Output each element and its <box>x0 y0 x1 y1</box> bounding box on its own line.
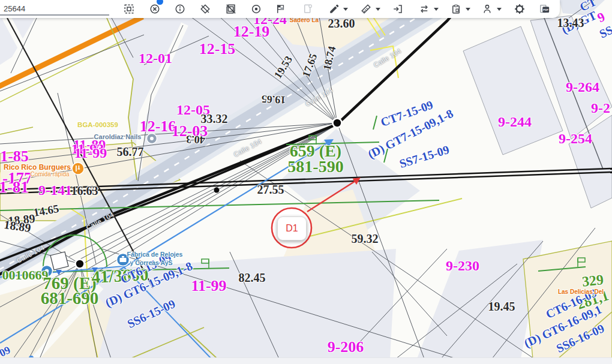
snapping-off-icon[interactable] <box>200 4 211 14</box>
search-input[interactable] <box>2 3 107 14</box>
select-area-icon[interactable] <box>124 4 134 14</box>
edit-icon[interactable] <box>329 4 340 14</box>
exit-icon[interactable] <box>392 4 403 14</box>
svg-text:PDF: PDF <box>543 8 548 11</box>
shop-pin-icon <box>41 266 53 277</box>
annotation-d1-button[interactable]: D1 <box>277 216 307 240</box>
edit-dropdown-caret[interactable] <box>343 8 348 11</box>
drawing-off-icon[interactable] <box>226 4 236 14</box>
info-icon[interactable] <box>175 4 185 14</box>
clear-selection-icon[interactable] <box>149 4 160 14</box>
survey-square <box>50 252 68 270</box>
measure-dropdown-caret[interactable] <box>376 8 380 11</box>
settings-icon[interactable] <box>514 4 525 14</box>
pdf-export-icon[interactable]: PDF <box>539 4 550 14</box>
swap-icon[interactable] <box>419 4 430 14</box>
street-view-dropdown-caret[interactable] <box>497 8 502 11</box>
notification-badge <box>157 0 163 5</box>
toolbar: PDF <box>0 0 560 18</box>
page-info-icon[interactable] <box>302 4 313 14</box>
center-point-icon[interactable] <box>251 4 262 14</box>
swap-dropdown-caret[interactable] <box>434 8 439 11</box>
bottom-scrollbar[interactable] <box>0 357 612 364</box>
paste-icon[interactable] <box>451 4 461 14</box>
nails-pin-icon <box>147 134 157 144</box>
app-window: 12-2412-1912-1512-0112-0512-1612-0311-89… <box>0 0 612 364</box>
flag-icon[interactable] <box>275 4 286 14</box>
factory-pin-icon <box>117 254 130 266</box>
street-view-icon[interactable] <box>482 4 493 14</box>
map-canvas[interactable] <box>0 0 612 364</box>
measure-icon[interactable] <box>361 4 371 14</box>
paste-dropdown-caret[interactable] <box>466 8 470 11</box>
input-underline <box>0 14 109 16</box>
restaurant-icon <box>72 163 84 175</box>
